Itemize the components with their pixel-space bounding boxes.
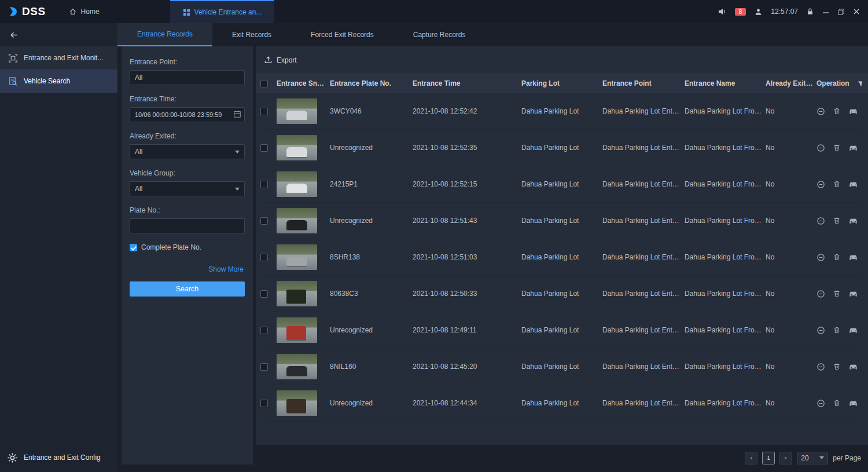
vehicle-thumbnail[interactable] (277, 171, 317, 197)
prev-page-button[interactable] (745, 452, 757, 464)
vehicle-image (286, 184, 307, 193)
vehicle-thumbnail[interactable] (277, 317, 317, 343)
table-row[interactable]: Unrecognized 2021-10-08 12:51:43 Dahua P… (260, 203, 862, 239)
sidebar-item-entrance-exit-config[interactable]: Entrance and Exit Config (0, 443, 117, 472)
vehicle-thumbnail[interactable] (277, 208, 317, 233)
plate-no-input[interactable] (130, 218, 245, 233)
table-row[interactable]: 8NIL160 2021-10-08 12:45:20 Dahua Parkin… (260, 349, 862, 385)
entrance-point: Dahua Parking Lot Entra... (602, 107, 685, 115)
already-exited: No (766, 290, 816, 298)
vehicle-info-icon[interactable] (848, 399, 858, 407)
vehicle-thumbnail[interactable] (277, 354, 317, 379)
delete-icon[interactable] (833, 399, 841, 407)
vehicle-image (286, 111, 307, 120)
vehicle-info-icon[interactable] (848, 326, 858, 334)
forced-exit-icon[interactable] (816, 107, 825, 116)
vehicle-group-select[interactable]: All (130, 181, 245, 196)
forced-exit-icon[interactable] (816, 290, 825, 298)
delete-icon[interactable] (833, 363, 841, 371)
entrance-time: 2021-10-08 12:52:42 (413, 107, 521, 115)
clock: 12:57:07 (771, 8, 798, 16)
vehicle-info-icon[interactable] (848, 290, 858, 298)
vehicle-info-icon[interactable] (848, 144, 858, 152)
tab-entrance-records[interactable]: Entrance Records (117, 23, 212, 46)
delete-icon[interactable] (833, 107, 841, 115)
row-checkbox[interactable] (260, 181, 268, 188)
row-checkbox[interactable] (260, 144, 268, 152)
entrance-time-input[interactable] (130, 107, 245, 122)
vehicle-thumbnail[interactable] (277, 281, 317, 306)
select-all-checkbox[interactable] (260, 80, 268, 87)
user-icon[interactable] (754, 8, 763, 16)
tab-exit-records[interactable]: Exit Records (212, 23, 291, 46)
forced-exit-icon[interactable] (816, 253, 825, 262)
tab-home[interactable]: Home (56, 0, 112, 23)
row-checkbox[interactable] (260, 327, 268, 334)
vehicle-thumbnail[interactable] (277, 390, 317, 416)
filter-icon[interactable] (857, 80, 862, 87)
forced-exit-icon[interactable] (816, 399, 825, 408)
next-page-button[interactable] (779, 452, 792, 464)
table-row[interactable]: 80638C3 2021-10-08 12:50:33 Dahua Parkin… (260, 276, 862, 312)
delete-icon[interactable] (833, 253, 841, 261)
sidebar-item-entrance-exit-monitoring[interactable]: Entrance and Exit Monit... (0, 46, 117, 69)
table-row[interactable]: 24215P1 2021-10-08 12:52:15 Dahua Parkin… (260, 166, 862, 203)
page-number-button[interactable]: 1 (762, 452, 775, 464)
table-row[interactable]: 3WCY046 2021-10-08 12:52:42 Dahua Parkin… (260, 93, 862, 130)
row-checkbox[interactable] (260, 290, 268, 298)
tab-vehicle-entrance[interactable]: Vehicle Entrance an... (170, 0, 275, 23)
forced-exit-icon[interactable] (816, 180, 825, 189)
vehicle-thumbnail[interactable] (277, 135, 317, 160)
close-icon[interactable] (853, 8, 860, 15)
entrance-time: 2021-10-08 12:51:43 (413, 217, 521, 225)
export-button[interactable]: Export (256, 46, 868, 74)
search-button[interactable]: Search (130, 281, 245, 297)
forced-exit-icon[interactable] (816, 326, 825, 335)
row-checkbox[interactable] (260, 400, 268, 407)
table-row[interactable]: 8SHR138 2021-10-08 12:51:03 Dahua Parkin… (260, 239, 862, 276)
complete-plate-checkbox[interactable] (130, 244, 137, 251)
vehicle-info-icon[interactable] (848, 107, 858, 115)
row-checkbox[interactable] (260, 217, 268, 225)
vehicle-info-icon[interactable] (848, 253, 858, 261)
tab-forced-exit-records[interactable]: Forced Exit Records (291, 23, 393, 46)
table-row[interactable]: Unrecognized 2021-10-08 12:44:34 Dahua P… (260, 385, 862, 422)
forced-exit-icon[interactable] (816, 363, 825, 371)
delete-icon[interactable] (833, 144, 841, 152)
lock-icon[interactable] (806, 8, 814, 16)
delete-icon[interactable] (833, 217, 841, 225)
entrance-name: Dahua Parking Lot Front... (685, 363, 766, 371)
vehicle-info-icon[interactable] (848, 180, 858, 188)
minimize-icon[interactable] (822, 8, 829, 15)
alert-count-badge[interactable]: 8 (735, 8, 746, 16)
speaker-icon[interactable] (718, 7, 727, 16)
row-checkbox[interactable] (260, 108, 268, 115)
delete-icon[interactable] (833, 326, 841, 334)
vehicle-thumbnail[interactable] (277, 98, 317, 124)
already-exited-select[interactable]: All (130, 144, 245, 159)
page-size-select[interactable]: 20 (797, 452, 828, 464)
show-more-link[interactable]: Show More (130, 265, 244, 273)
back-button[interactable] (0, 23, 117, 46)
forced-exit-icon[interactable] (816, 144, 825, 152)
tab-capture-records[interactable]: Capture Records (393, 23, 486, 46)
row-checkbox[interactable] (260, 363, 268, 371)
vehicle-thumbnail[interactable] (277, 244, 317, 270)
vehicle-info-icon[interactable] (848, 363, 858, 371)
forced-exit-icon[interactable] (816, 217, 825, 225)
vehicle-info-icon[interactable] (848, 217, 858, 225)
calendar-icon[interactable] (233, 110, 241, 118)
parking-lot: Dahua Parking Lot (521, 217, 602, 225)
entrance-time: 2021-10-08 12:52:15 (413, 180, 521, 188)
table-row[interactable]: Unrecognized 2021-10-08 12:52:35 Dahua P… (260, 130, 862, 166)
table-row[interactable]: Unrecognized 2021-10-08 12:49:11 Dahua P… (260, 312, 862, 349)
entrance-point-input[interactable] (130, 70, 245, 85)
row-checkbox[interactable] (260, 254, 268, 261)
delete-icon[interactable] (833, 180, 841, 188)
sidebar-item-vehicle-search[interactable]: Vehicle Search (0, 69, 117, 93)
col-entrance-snapshot: Entrance Snap... (277, 79, 330, 87)
restore-icon[interactable] (837, 8, 845, 16)
export-label: Export (277, 56, 297, 64)
delete-icon[interactable] (833, 290, 841, 298)
already-exited: No (766, 363, 816, 371)
